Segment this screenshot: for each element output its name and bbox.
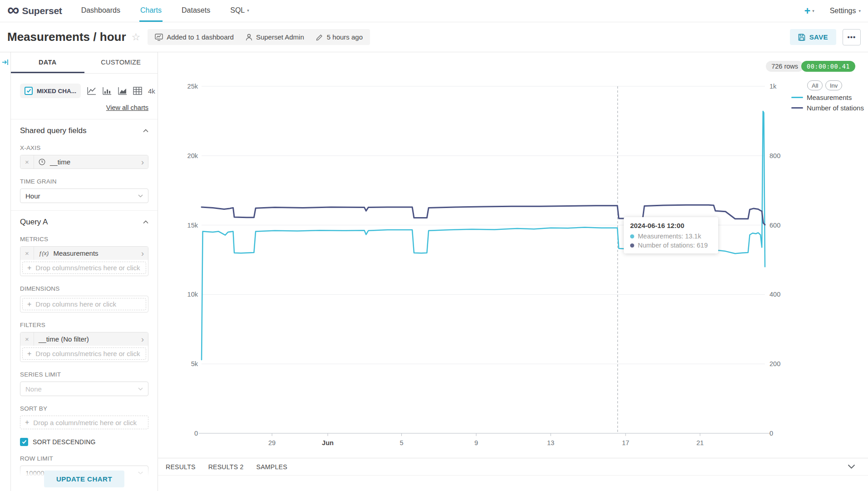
plus-icon: + [27,300,31,308]
sort-descending-checkbox[interactable]: SORT DESCENDING [20,438,148,446]
tooltip-item: Number of stations: 619 [630,242,712,249]
caret-down-icon: ▾ [812,9,814,13]
time-grain-label: TIME GRAIN [20,178,148,185]
clock-icon [39,159,45,165]
tab-customize[interactable]: CUSTOMIZE [84,52,158,73]
y-axis-tick-label: 800 [769,152,780,159]
chart-meta-bar: Added to 1 dashboard Superset Admin 5 ho… [148,29,370,45]
collapse-results-chevron-icon[interactable] [848,464,855,469]
nav-item-charts[interactable]: Charts [139,0,163,22]
pencil-icon [316,34,323,41]
brand-name: Superset [22,5,62,16]
nav-item-datasets[interactable]: Datasets [181,0,211,22]
viz-type-selected[interactable]: MIXED CHA... [20,84,81,98]
y-axis-tick-label: 5k [191,360,198,367]
chevron-up-icon [143,129,148,133]
nav-item-dashboards[interactable]: Dashboards [80,0,121,22]
view-all-charts-link[interactable]: View all charts [106,104,148,111]
collapse-panel-icon[interactable] [2,59,9,66]
filters-dropzone[interactable]: + Drop columns/metrics here or click [22,347,146,360]
last-modified-badge[interactable]: 5 hours ago [316,33,363,41]
row-limit-label: ROW LIMIT [20,455,148,462]
y-axis-tick-label: 200 [769,360,780,367]
tab-samples[interactable]: SAMPLES [256,463,287,471]
chart-area[interactable]: 726 rows 00:00:00.41 All Inv Measurement… [158,52,868,458]
update-chart-button[interactable]: UPDATE CHART [44,471,124,487]
results-panel: RESULTS RESULTS 2 SAMPLES [158,458,868,491]
dashboards-badge[interactable]: Added to 1 dashboard [155,33,234,41]
x-axis-tick-label: Jun [322,439,334,446]
metrics-label: METRICS [20,236,148,243]
query-a-header[interactable]: Query A [20,218,148,227]
x-axis-tick-label: 29 [268,439,276,446]
superset-logo[interactable]: ∞ Superset [7,0,62,22]
x-axis-label: X-AXIS [20,144,148,151]
y-axis-tick-label: 600 [769,222,780,229]
tab-results-2[interactable]: RESULTS 2 [208,463,244,471]
page-title: Measurements / hour [7,30,126,44]
plus-icon: + [804,6,810,15]
ellipsis-icon: ••• [848,33,856,41]
y-axis-tick-label: 1k [769,83,776,90]
panel-collapse-gutter [0,52,11,491]
metrics-box: × ƒ(x) Measurements › + Drop columns/met… [20,246,148,276]
checkbox-checked-icon [20,438,28,446]
divider [11,119,158,119]
save-icon [798,34,805,41]
chart-container: 726 rows 00:00:00.41 All Inv Measurement… [158,52,868,491]
filter-pill[interactable]: × __time (No filter) › [20,332,148,346]
bar-chart-icon[interactable] [102,87,112,95]
save-button[interactable]: SAVE [790,29,836,45]
y-axis-tick-label: 400 [769,291,780,298]
sort-by-label: SORT BY [20,405,148,412]
settings-menu[interactable]: Settings ▾ [830,7,861,15]
chart-canvas[interactable] [158,52,868,458]
series-limit-select[interactable]: None [20,382,148,396]
chevron-right-icon: › [141,336,144,342]
caret-down-icon: ▾ [247,8,249,13]
dashboard-icon [155,34,163,41]
shared-query-fields-header[interactable]: Shared query fields [20,126,148,135]
dimensions-dropzone[interactable]: + Drop columns here or click [22,298,146,310]
table-icon[interactable] [133,87,142,95]
metric-pill[interactable]: × ƒ(x) Measurements › [20,247,148,260]
series-dot-icon [630,234,634,238]
line-chart-icon[interactable] [87,87,96,95]
more-actions-button[interactable]: ••• [843,29,861,45]
tooltip-date: 2024-06-16 12:00 [630,222,712,229]
plus-icon: + [25,418,29,427]
y-axis-tick-label: 15k [187,222,198,229]
nav-item-sql[interactable]: SQL▾ [229,0,250,22]
owner-badge[interactable]: Superset Admin [246,33,304,41]
filters-box: × __time (No filter) › + Drop columns/me… [20,332,148,362]
dimensions-label: DIMENSIONS [20,285,148,292]
panel-footer: UPDATE CHART [11,466,158,491]
y-axis-tick-label: 25k [187,83,198,90]
tab-results[interactable]: RESULTS [166,463,196,471]
x-axis-tick-label: 17 [622,439,629,446]
series-limit-label: SERIES LIMIT [20,371,148,378]
top-nav: ∞ Superset Dashboards Charts Datasets SQ… [0,0,868,22]
plus-icon: + [27,350,31,358]
favorite-star-icon[interactable]: ☆ [132,31,141,43]
x-axis-field[interactable]: × __time › [20,155,148,169]
chevron-down-icon [138,194,143,198]
x-axis-tick-label: 9 [474,439,478,446]
dimensions-box: + Drop columns here or click [20,296,148,312]
divider [11,210,158,211]
plus-icon: + [27,264,31,272]
time-grain-select[interactable]: Hour [20,188,148,203]
remove-icon[interactable]: × [20,247,34,260]
metrics-dropzone[interactable]: + Drop columns/metrics here or click [22,262,146,274]
viz-4k-option[interactable]: 4k [148,87,155,95]
chevron-right-icon: › [141,250,144,257]
new-item-button[interactable]: + ▾ [804,6,814,15]
sort-by-dropzone[interactable]: + Drop a column/metric here or click [20,416,148,429]
area-chart-icon[interactable] [118,87,127,95]
tab-data[interactable]: DATA [11,52,84,73]
y-axis-tick-label: 10k [187,291,198,298]
caret-down-icon: ▾ [858,9,861,13]
chevron-up-icon [143,220,148,224]
remove-icon[interactable]: × [20,155,34,169]
remove-icon[interactable]: × [20,332,34,346]
